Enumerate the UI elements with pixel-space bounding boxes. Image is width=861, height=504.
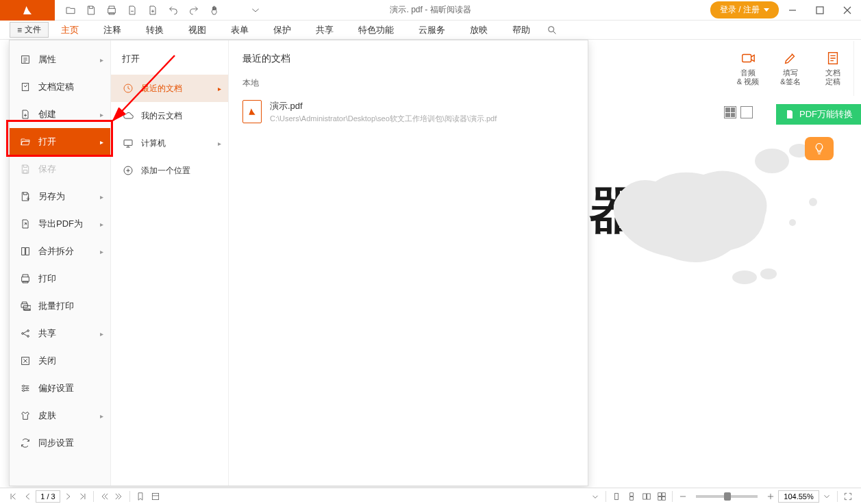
page-view-icon[interactable]	[740, 106, 753, 118]
tab-features[interactable]: 特色功能	[346, 21, 406, 40]
file-menu-item-list[interactable]: 属性	[10, 46, 110, 73]
tab-present[interactable]: 放映	[458, 21, 500, 40]
redo-icon[interactable]	[184, 0, 204, 21]
file-menu-item-export[interactable]: 导出PDF为	[10, 210, 110, 238]
svg-point-15	[27, 330, 29, 332]
col2-title: 打开	[111, 40, 228, 75]
saveas-icon	[19, 190, 32, 203]
facing-icon[interactable]	[639, 489, 654, 504]
zoom-in-icon[interactable]	[763, 489, 778, 504]
page-input[interactable]	[36, 490, 60, 503]
file-menu-item-open[interactable]: 打开	[10, 128, 110, 155]
single-page-icon[interactable]	[609, 489, 624, 504]
svg-rect-2	[743, 54, 751, 62]
print-icon[interactable]	[101, 0, 122, 21]
svg-point-8	[809, 198, 817, 206]
undo-icon[interactable]	[163, 0, 184, 21]
file-menu-item-share[interactable]: 共享	[10, 320, 110, 347]
open-icon[interactable]	[60, 0, 81, 21]
file-tab[interactable]: 文件	[10, 22, 49, 38]
tab-home[interactable]: 主页	[49, 21, 91, 40]
svg-point-4	[755, 149, 789, 173]
zoom-out-icon[interactable]	[675, 489, 690, 504]
ribbon-tabs: 文件 主页 注释 转换 视图 表单 保护 共享 特色功能 云服务 放映 帮助	[0, 21, 861, 40]
tab-protect[interactable]: 保护	[261, 21, 303, 40]
tab-share[interactable]: 共享	[303, 21, 346, 40]
minimize-button[interactable]	[779, 0, 806, 21]
close-icon	[19, 355, 32, 367]
next-page-icon[interactable]	[60, 489, 75, 504]
zoom-input[interactable]	[778, 490, 819, 503]
last-page-icon[interactable]	[75, 489, 90, 504]
tab-form[interactable]: 表单	[219, 21, 261, 40]
stamp-icon	[19, 81, 32, 93]
file-menu-item-label: 关闭	[38, 355, 56, 367]
ribbon-fill-sign[interactable]: 填写&签名	[775, 51, 806, 86]
maximize-button[interactable]	[806, 0, 834, 21]
continuous-icon[interactable]	[624, 489, 639, 504]
zoom-dropdown-icon[interactable]	[819, 489, 834, 504]
tab-view[interactable]: 视图	[176, 21, 219, 40]
search-icon[interactable]	[542, 25, 562, 36]
next-view-icon[interactable]	[112, 489, 127, 504]
add-icon	[122, 165, 134, 176]
tab-help[interactable]: 帮助	[500, 21, 542, 40]
prev-page-icon[interactable]	[21, 489, 36, 504]
close-button[interactable]	[834, 0, 861, 21]
fullscreen-icon[interactable]	[840, 489, 856, 504]
file-menu-col1: 属性文档定稿创建打开保存另存为导出PDF为合并拆分打印批量打印共享关闭偏好设置皮…	[10, 40, 111, 486]
grid-view-icon[interactable]	[724, 106, 736, 118]
svg-point-18	[23, 385, 25, 387]
file-menu-item-sync[interactable]: 同步设置	[10, 429, 110, 457]
ribbon-right-groups: 音频& 视频 填写&签名 文档定稿	[733, 41, 854, 96]
open-source-computer[interactable]: 计算机	[111, 129, 228, 157]
zoom-slider[interactable]	[696, 495, 758, 498]
page-plus-icon[interactable]	[142, 0, 163, 21]
facing-continuous-icon[interactable]	[654, 489, 669, 504]
login-button[interactable]: 登录 / 注册	[710, 1, 779, 18]
file-menu-item-print[interactable]: 打印	[10, 265, 110, 292]
svg-rect-0	[816, 7, 823, 14]
open-source-add[interactable]: 添加一个位置	[111, 157, 228, 184]
file-menu-item-saveas[interactable]: 另存为	[10, 183, 110, 210]
open-source-label: 计算机	[141, 138, 166, 149]
file-menu-item-merge[interactable]: 合并拆分	[10, 238, 110, 265]
tab-convert[interactable]: 转换	[134, 21, 176, 40]
file-menu-item-skin[interactable]: 皮肤	[10, 402, 110, 429]
layout-icon[interactable]	[148, 489, 163, 504]
hand-icon[interactable]	[204, 0, 225, 21]
file-menu-item-label: 偏好设置	[38, 382, 74, 394]
tab-cloud[interactable]: 云服务	[406, 21, 458, 40]
file-menu-col3: 最近的文档 本地 演示.pdfC:\Users\Administrator\De…	[229, 40, 588, 486]
ribbon-finalize[interactable]: 文档定稿	[818, 51, 848, 86]
file-menu-item-close[interactable]: 关闭	[10, 347, 110, 375]
file-menu-item-stamp[interactable]: 文档定稿	[10, 73, 110, 101]
svg-point-16	[27, 336, 29, 338]
tips-button[interactable]	[805, 137, 834, 160]
open-icon	[19, 136, 32, 148]
svg-point-9	[789, 219, 796, 226]
pdf-convert-button[interactable]: PDF万能转换	[776, 104, 861, 125]
prev-view-icon[interactable]	[97, 489, 112, 504]
open-source-recent[interactable]: 最近的文档	[111, 75, 228, 102]
skin-icon	[19, 410, 32, 422]
page-minus-icon[interactable]	[122, 0, 142, 21]
file-menu-item-label: 导出PDF为	[38, 218, 83, 230]
save-icon[interactable]	[81, 0, 101, 21]
window-title: 演示. pdf - 福昕阅读器	[390, 4, 471, 16]
sb-collapse-icon[interactable]	[588, 489, 603, 504]
file-menu-item-batchprint[interactable]: 批量打印	[10, 292, 110, 320]
map-silhouette	[587, 120, 840, 298]
open-source-cloud[interactable]: 我的云文档	[111, 102, 228, 129]
file-menu-item-pref[interactable]: 偏好设置	[10, 375, 110, 402]
ribbon-audio-video[interactable]: 音频& 视频	[733, 51, 763, 86]
svg-rect-22	[124, 140, 132, 145]
pdf-file-icon	[242, 100, 262, 123]
qat-more-icon[interactable]	[245, 0, 266, 21]
recent-file-item[interactable]: 演示.pdfC:\Users\Administrator\Desktop\seo…	[242, 94, 574, 129]
computer-icon	[122, 138, 134, 149]
file-menu-item-newdoc[interactable]: 创建	[10, 101, 110, 128]
bookmark-icon[interactable]	[133, 489, 148, 504]
tab-annotate[interactable]: 注释	[91, 21, 134, 40]
first-page-icon[interactable]	[5, 489, 21, 504]
